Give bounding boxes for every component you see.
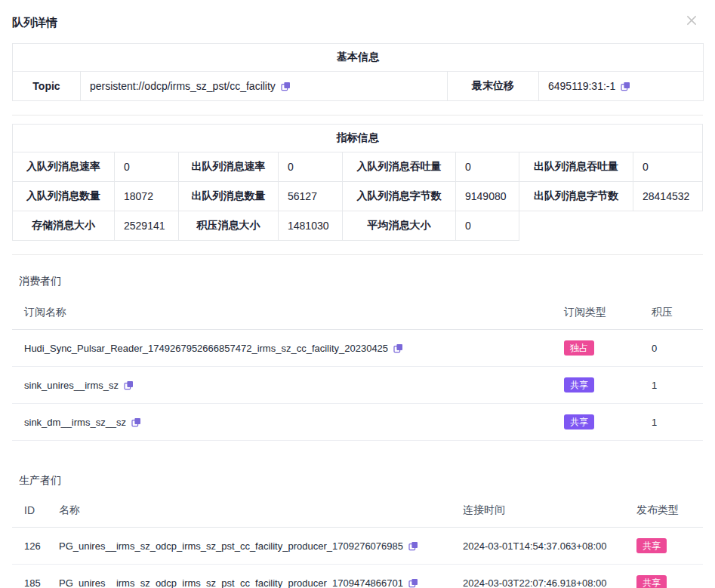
publish-type-badge: 共享 (636, 575, 667, 588)
metric-value: 0 (456, 211, 519, 241)
producer-id: 126 (12, 528, 53, 565)
table-row: sink_dm__irms_sz__sz 共享 1 (12, 404, 703, 441)
metric-value: 1481030 (279, 211, 343, 241)
metric-value: 2529141 (115, 211, 179, 241)
copy-icon[interactable] (131, 417, 141, 427)
subscription-name: sink_unires__irms_sz (12, 367, 558, 404)
consumers-table: 订阅名称 订阅类型 积压 Hudi_Sync_Pulsar_Reader_174… (12, 296, 703, 441)
basic-info-header: 基本信息 (13, 44, 704, 72)
backlog-value: 1 (646, 367, 703, 404)
topic-value: persistent://odcp/irms_sz_pst/cc_facilit… (81, 72, 448, 101)
backlog-value: 1 (646, 404, 703, 441)
subscription-name: Hudi_Sync_Pulsar_Reader_1749267952666857… (12, 330, 558, 367)
backlog-value: 0 (646, 330, 703, 367)
last-offset-label: 最末位移 (448, 72, 539, 101)
table-row: 存储消息大小 2529141 积压消息大小 1481030 平均消息大小 0 (13, 211, 703, 241)
metric-value: 56127 (279, 182, 343, 211)
metric-value: 0 (279, 152, 343, 182)
table-row: 126 PG_unires__irms_sz_odcp_irms_sz_pst_… (12, 528, 703, 565)
metric-value: 0 (115, 152, 179, 182)
metric-value: 0 (633, 152, 703, 182)
metrics-table: 指标信息 入队列消息速率 0 出队列消息速率 0 入队列消息吞吐量 0 出队列消… (12, 124, 703, 241)
table-row: Topic persistent://odcp/irms_sz_pst/cc_f… (13, 72, 704, 101)
subscription-type-badge: 共享 (564, 377, 594, 393)
column-header-backlog: 积压 (646, 296, 703, 330)
connect-time: 2024-03-01T14:54:37.063+08:00 (457, 528, 630, 565)
close-icon[interactable] (685, 14, 698, 27)
copy-icon[interactable] (621, 82, 630, 91)
table-row: Hudi_Sync_Pulsar_Reader_1749267952666857… (12, 330, 703, 367)
page-title: 队列详情 (12, 16, 57, 30)
empty-cell (519, 211, 703, 241)
metric-value: 18072 (115, 182, 179, 211)
last-offset-value: 6495119:31:-1 (539, 72, 704, 101)
metric-label: 出队列消息吞吐量 (519, 152, 633, 182)
subscription-name: sink_dm__irms_sz__sz (12, 404, 558, 441)
metric-value: 0 (456, 152, 519, 182)
metric-label: 出队列消息数量 (179, 182, 279, 211)
divider (12, 254, 703, 255)
metrics-header: 指标信息 (13, 125, 703, 152)
column-header-name: 名称 (53, 494, 457, 528)
producer-name: PG_unires__irms_sz_odcp_irms_sz_pst_cc_f… (53, 528, 457, 565)
subscription-type-badge: 共享 (564, 414, 594, 429)
copy-icon[interactable] (393, 343, 403, 353)
basic-info-table: 基本信息 Topic persistent://odcp/irms_sz_pst… (12, 43, 704, 101)
copy-icon[interactable] (408, 578, 418, 588)
metric-label: 入队列消息速率 (13, 152, 115, 182)
metric-label: 出队列消息速率 (179, 152, 279, 182)
column-header-subscription-type: 订阅类型 (558, 296, 646, 330)
metric-label: 存储消息大小 (13, 211, 115, 241)
metric-value: 28414532 (633, 182, 703, 211)
producer-name: PG_unires__irms_sz_odcp_irms_sz_pst_cc_f… (53, 565, 457, 588)
copy-icon[interactable] (124, 380, 134, 390)
metric-label: 入队列消息吞吐量 (343, 152, 456, 182)
copy-icon[interactable] (281, 82, 291, 91)
column-header-publish-type: 发布类型 (630, 494, 703, 528)
column-header-subscription-name: 订阅名称 (12, 296, 558, 330)
topic-label: Topic (13, 72, 81, 101)
connect-time: 2024-03-03T22:07:46.918+08:00 (457, 565, 630, 588)
divider (12, 115, 703, 115)
metric-label: 出队列消息字节数 (519, 182, 633, 211)
table-row: 入队列消息数量 18072 出队列消息数量 56127 入队列消息字节数 914… (13, 182, 703, 211)
dialog-header: 队列详情 (0, 0, 715, 30)
column-header-id: ID (12, 494, 53, 528)
table-row: 185 PG_unires__irms_sz_odcp_irms_sz_pst_… (12, 565, 703, 588)
column-header-connect-time: 连接时间 (457, 494, 630, 528)
producers-table: ID 名称 连接时间 发布类型 126 PG_unires__irms_sz_o… (12, 494, 703, 588)
producer-id: 185 (12, 565, 53, 588)
metric-label: 入队列消息字节数 (343, 182, 456, 211)
producers-section-title: 生产者们 (19, 474, 715, 488)
subscription-type-badge: 独占 (564, 340, 594, 356)
table-row: 入队列消息速率 0 出队列消息速率 0 入队列消息吞吐量 0 出队列消息吞吐量 … (13, 152, 703, 182)
publish-type-badge: 共享 (636, 538, 667, 553)
consumers-section-title: 消费者们 (19, 275, 715, 288)
metric-label: 入队列消息数量 (13, 182, 115, 211)
metric-value: 9149080 (456, 182, 519, 211)
table-row: sink_unires__irms_sz 共享 1 (12, 367, 703, 404)
metric-label: 积压消息大小 (179, 211, 279, 241)
metric-label: 平均消息大小 (343, 211, 456, 241)
copy-icon[interactable] (408, 541, 418, 551)
